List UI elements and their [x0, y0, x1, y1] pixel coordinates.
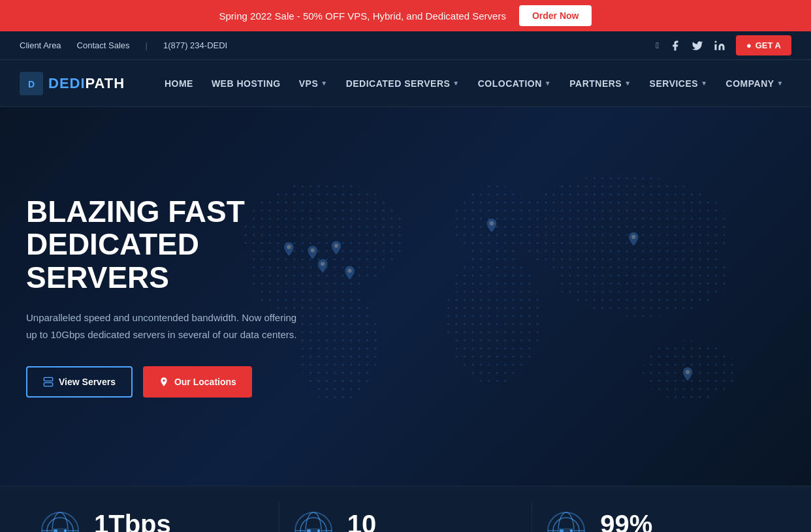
stats-bar: 1Tbps Network Connectivity 10 Data Cente… — [0, 486, 811, 532]
svg-text:D: D — [28, 79, 35, 89]
secondary-nav-left: Client Area Contact Sales | 1(877) 234-D… — [20, 40, 227, 50]
hero-section: BLAZING FAST DEDICATED SERVERS Unparalle… — [0, 107, 811, 486]
phone-link[interactable]: 1(877) 234-DEDI — [163, 40, 227, 50]
nav-divider: | — [146, 40, 148, 50]
logo-icon: D — [20, 72, 43, 95]
logo[interactable]: D DEDIPATH — [20, 72, 125, 95]
stat-datacenters-number: 10 — [347, 511, 401, 532]
nav-dedicated-servers[interactable]: DEDICATED SERVERS ▼ — [338, 73, 468, 94]
svg-point-45 — [570, 529, 573, 532]
stat-network-text: 1Tbps Network Connectivity — [94, 511, 180, 532]
nav-home[interactable]: HOME — [157, 73, 201, 94]
our-locations-button[interactable]: Our Locations — [143, 366, 252, 398]
location-pin-icon — [159, 377, 169, 387]
order-now-button[interactable]: Order Now — [519, 5, 592, 26]
svg-rect-37 — [307, 529, 311, 532]
svg-point-20 — [685, 370, 689, 374]
contact-sales-link[interactable]: Contact Sales — [77, 40, 130, 50]
secondary-nav-right:  ● GET A — [656, 35, 791, 55]
hero-title-line1: BLAZING FAST — [26, 195, 300, 228]
primary-nav: D DEDIPATH HOME WEB HOSTING VPS ▼ DEDICA… — [0, 60, 811, 107]
datacenter-icon — [293, 510, 334, 532]
svg-point-0 — [714, 40, 716, 42]
nav-web-hosting[interactable]: WEB HOSTING — [204, 73, 289, 94]
nav-partners[interactable]: PARTNERS ▼ — [562, 73, 639, 94]
facebook-icon[interactable]:  — [656, 40, 659, 50]
nav-colocation[interactable]: COLOCATION ▼ — [470, 73, 559, 94]
nav-vps[interactable]: VPS ▼ — [291, 73, 336, 94]
svg-rect-21 — [44, 378, 52, 381]
linkedin-icon[interactable] — [714, 40, 725, 52]
hero-title-line2: DEDICATED SERVERS — [26, 228, 300, 294]
announcement-text: Spring 2022 Sale - 50% OFF VPS, Hybrid, … — [219, 10, 506, 22]
svg-rect-30 — [54, 529, 57, 532]
announcement-bar: Spring 2022 Sale - 50% OFF VPS, Hybrid, … — [0, 0, 811, 31]
uptime-icon — [545, 510, 587, 532]
hero-content: BLAZING FAST DEDICATED SERVERS Unparalle… — [0, 156, 326, 437]
hero-description: Unparalleled speed and uncontended bandw… — [26, 309, 300, 343]
stat-network-number: 1Tbps — [94, 511, 180, 532]
client-area-link[interactable]: Client Area — [20, 40, 61, 50]
server-icon — [43, 377, 54, 387]
stat-uptime-text: 99% Guaranteed Uptime — [600, 511, 680, 532]
nav-company[interactable]: COMPANY ▼ — [718, 73, 791, 94]
svg-point-17 — [347, 269, 351, 273]
twitter-icon[interactable] — [692, 40, 703, 52]
logo-text: DEDIPATH — [48, 75, 125, 92]
svg-point-19 — [631, 235, 635, 239]
svg-point-38 — [317, 529, 320, 532]
network-icon — [39, 510, 81, 532]
hero-buttons: View Servers Our Locations — [26, 366, 300, 398]
nav-services[interactable]: SERVICES ▼ — [642, 73, 716, 94]
facebook-icon[interactable] — [669, 40, 681, 52]
map-pin-icon: ● — [746, 40, 752, 50]
svg-point-31 — [64, 529, 67, 532]
svg-rect-44 — [560, 529, 564, 532]
get-a-quote-button[interactable]: ● GET A — [736, 35, 791, 55]
stat-uptime: 99% Guaranteed Uptime — [532, 502, 785, 532]
view-servers-button[interactable]: View Servers — [26, 366, 133, 398]
stat-datacenters: 10 Data Centers — [279, 502, 532, 532]
secondary-nav: Client Area Contact Sales | 1(877) 234-D… — [0, 31, 811, 60]
stat-uptime-number: 99% — [600, 511, 680, 532]
stat-datacenters-text: 10 Data Centers — [347, 511, 401, 532]
main-navigation: HOME WEB HOSTING VPS ▼ DEDICATED SERVERS… — [157, 73, 791, 94]
svg-point-15 — [334, 243, 338, 247]
svg-point-18 — [489, 221, 493, 225]
stat-network: 1Tbps Network Connectivity — [26, 502, 279, 532]
svg-rect-22 — [44, 383, 52, 386]
